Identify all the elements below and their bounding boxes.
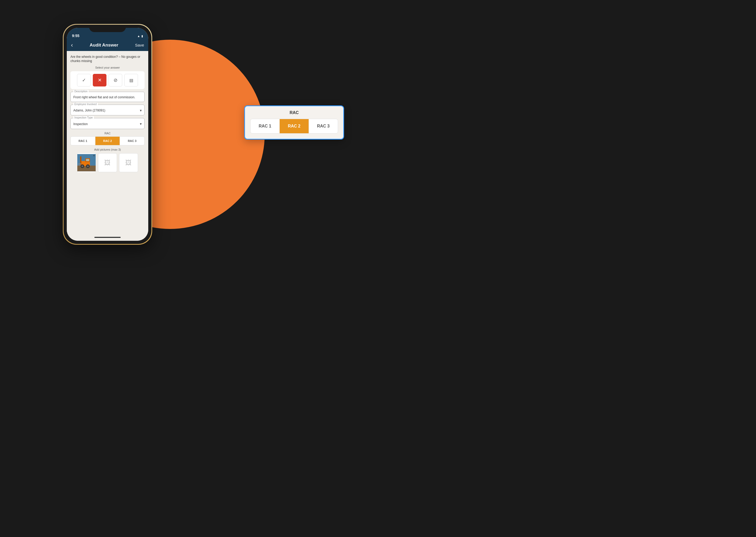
answer-section: Select your answer ✓ ✕ ⊘ — [70, 66, 145, 89]
rac-popup-title: RAC — [250, 110, 338, 115]
rac-popup: RAC RAC 1 RAC 2 RAC 3 — [244, 105, 344, 140]
phone-inner: 9:55 ▲ ▮ ‹ Audit Answer Save Are the whe… — [63, 25, 151, 244]
inspection-type-dropdown[interactable]: Inspection ▾ — [73, 120, 142, 127]
scene: 9:55 ▲ ▮ ‹ Audit Answer Save Are the whe… — [31, 16, 347, 253]
back-button[interactable]: ‹ — [71, 42, 73, 49]
save-button[interactable]: Save — [135, 43, 144, 47]
rac-popup-rac2-button[interactable]: RAC 2 — [280, 119, 309, 133]
employee-field: Employee Involved Adams, John (278091) ▾ — [70, 104, 145, 116]
pictures-label: Add pictures (max 3) — [70, 148, 145, 151]
wrong-icon: ✕ — [98, 77, 102, 83]
answer-wrong-btn[interactable]: ✕ — [93, 74, 106, 87]
inspection-type-arrow: ▾ — [140, 121, 142, 127]
phone-screen: 9:55 ▲ ▮ ‹ Audit Answer Save Are the whe… — [67, 28, 148, 241]
home-bar — [94, 237, 121, 238]
rac-buttons: RAC 1 RAC 2 RAC 3 — [70, 137, 145, 145]
screen-content: Are the wheels in good condition? – No g… — [67, 51, 148, 234]
svg-rect-4 — [80, 156, 81, 166]
rac-popup-rac3-button[interactable]: RAC 3 — [309, 119, 338, 133]
answer-na-btn[interactable]: ⊘ — [108, 74, 122, 87]
employee-legend: Employee Involved — [73, 103, 98, 106]
inspection-type-legend: Inspection Type — [73, 116, 94, 119]
rac1-button[interactable]: RAC 1 — [71, 137, 96, 145]
rac3-button[interactable]: RAC 3 — [120, 137, 144, 145]
svg-rect-11 — [86, 159, 89, 161]
inspection-type-value: Inspection — [73, 122, 88, 126]
employee-dropdown-arrow: ▾ — [140, 108, 142, 113]
pictures-row: × — [70, 153, 145, 172]
picture-slot-2[interactable]: 🖼 — [98, 153, 117, 172]
inspection-type-field: Inspection Type Inspection ▾ — [70, 118, 145, 129]
employee-dropdown[interactable]: Adams, John (278091) ▾ — [73, 107, 142, 113]
battery-icon: ▮ — [142, 34, 143, 38]
employee-value: Adams, John (278091) — [73, 108, 105, 113]
status-icons: ▲ ▮ — [137, 34, 143, 38]
phone-notch — [89, 25, 126, 32]
nav-bar: ‹ Audit Answer Save — [67, 39, 148, 51]
question-text: Are the wheels in good condition? – No g… — [70, 55, 145, 63]
svg-point-8 — [81, 165, 83, 167]
status-time: 9:55 — [72, 34, 79, 38]
description-legend: Description — [73, 90, 89, 93]
close-icon[interactable]: × — [93, 154, 95, 157]
wifi-icon: ▲ — [137, 34, 140, 38]
description-field: Description Front right wheel flat and o… — [70, 92, 145, 102]
pictures-section: Add pictures (max 3) × — [70, 148, 145, 172]
rac-section: RAC RAC 1 RAC 2 RAC 3 — [70, 132, 145, 145]
picture-slot-3[interactable]: 🖼 — [119, 153, 138, 172]
rac2-button[interactable]: RAC 2 — [96, 137, 120, 145]
description-value[interactable]: Front right wheel flat and out of commis… — [73, 94, 142, 100]
rac-popup-buttons: RAC 1 RAC 2 RAC 3 — [250, 119, 338, 134]
home-indicator — [67, 234, 148, 241]
comment-icon: ▤ — [129, 78, 133, 83]
picture-slot-1[interactable]: × — [77, 153, 96, 172]
answer-label: Select your answer — [70, 66, 145, 69]
check-icon: ✓ — [82, 77, 86, 83]
nav-title: Audit Answer — [90, 43, 118, 48]
svg-rect-6 — [78, 163, 81, 164]
answer-check-btn[interactable]: ✓ — [77, 74, 91, 87]
answer-comment-btn[interactable]: ▤ — [124, 74, 138, 87]
rac-label: RAC — [70, 132, 145, 135]
na-icon: ⊘ — [113, 77, 117, 83]
rac-popup-rac1-button[interactable]: RAC 1 — [250, 119, 280, 133]
picture-placeholder-icon: 🖼 — [105, 159, 111, 166]
picture-placeholder-icon: 🖼 — [125, 159, 132, 166]
svg-point-10 — [87, 165, 89, 167]
answer-buttons: ✓ ✕ ⊘ ▤ — [70, 71, 145, 89]
phone-shell: 9:55 ▲ ▮ ‹ Audit Answer Save Are the whe… — [63, 24, 152, 245]
